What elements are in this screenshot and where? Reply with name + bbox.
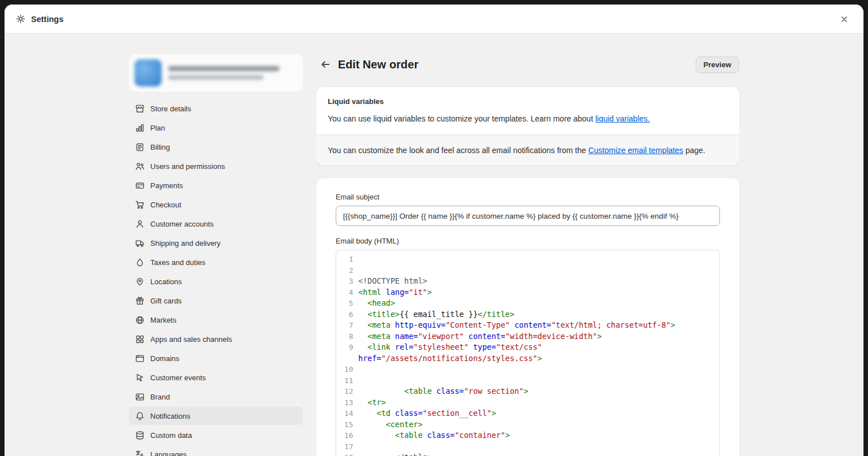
email-subject-label: Email subject [336, 193, 720, 201]
line-number: 4 [336, 287, 353, 298]
line-number: 10 [336, 364, 353, 375]
code-line: 3<!DOCTYPE html> [336, 276, 719, 287]
line-number: 2 [336, 265, 353, 276]
sidebar-item-notifications[interactable]: Notifications [129, 407, 303, 425]
back-button[interactable] [316, 55, 335, 73]
line-number [336, 353, 353, 364]
globe-icon [134, 315, 145, 325]
sidebar-item-plan[interactable]: Plan [129, 119, 303, 137]
liquid-variables-card: Liquid variables You can use liquid vari… [316, 87, 739, 166]
sidebar-item-customer-accounts[interactable]: Customer accounts [129, 215, 303, 233]
email-body-code-editor[interactable]: 1​2​3<!DOCTYPE html>4<html lang="it">5 <… [336, 250, 720, 456]
line-number: 9 [336, 342, 353, 353]
line-number: 13 [336, 397, 353, 409]
users-icon [134, 161, 145, 171]
code-line-text: <table class="row section"> [353, 386, 528, 397]
sidebar-item-label: Taxes and duties [150, 258, 206, 267]
code-line: 15 <center> [336, 419, 719, 431]
customize-email-templates-link[interactable]: Customize email templates [588, 146, 683, 155]
store-icon [134, 103, 145, 114]
close-button[interactable] [836, 11, 852, 27]
blurred-text-line [168, 75, 263, 80]
cart-icon [134, 199, 145, 210]
code-line: 18 </table> [336, 452, 719, 456]
titlebar: Settings [5, 5, 863, 34]
window-title: Settings [31, 15, 63, 24]
image-icon [134, 392, 145, 402]
sidebar-item-taxes[interactable]: Taxes and duties [129, 253, 303, 271]
sidebar-item-billing[interactable]: Billing [129, 138, 303, 156]
code-line-text: <tr> [353, 397, 386, 409]
sidebar-item-label: Payments [150, 181, 183, 190]
main-panel: Edit New order Preview Liquid variables … [316, 34, 739, 456]
line-number: 11 [336, 375, 353, 386]
code-line-text: <head> [353, 298, 395, 309]
email-body-label: Email body (HTML) [336, 237, 720, 245]
code-line: 6 <title>{{ email_title }}</title> [336, 309, 719, 320]
store-card[interactable] [129, 54, 303, 92]
sidebar-item-brand[interactable]: Brand [129, 388, 303, 406]
email-template-card: Email subject Email body (HTML) 1​2​3<!D… [316, 178, 739, 456]
sidebar-item-users[interactable]: Users and permissions [129, 157, 303, 175]
code-line: 12 <table class="row section"> [336, 386, 719, 397]
sidebar-item-label: Plan [150, 124, 165, 132]
line-number: 5 [336, 298, 353, 309]
banner-text-after: page. [683, 146, 705, 155]
sidebar-item-label: Apps and sales channels [150, 335, 232, 344]
liquid-variables-link[interactable]: liquid variables. [595, 114, 650, 123]
sidebar-item-label: Customer accounts [150, 220, 214, 228]
code-line: 2​ [336, 265, 719, 276]
sidebar-item-markets[interactable]: Markets [129, 311, 303, 329]
sidebar-item-checkout[interactable]: Checkout [129, 196, 303, 214]
line-number: 7 [336, 320, 353, 331]
line-number: 18 [336, 452, 353, 456]
code-line-text: ​ [353, 254, 358, 265]
sidebar-item-payments[interactable]: Payments [129, 176, 303, 194]
droplet-icon [134, 257, 145, 267]
database-icon [134, 430, 145, 440]
code-line-text: ​ [353, 375, 358, 386]
email-subject-input[interactable] [336, 206, 720, 226]
code-line: 16 <table class="container"> [336, 430, 719, 441]
sidebar-item-gift-cards[interactable]: Gift cards [129, 292, 303, 310]
store-logo-blurred [134, 59, 162, 86]
preview-button[interactable]: Preview [696, 57, 739, 73]
banner-text-before: You can customize the look and feel acro… [328, 146, 588, 155]
code-line-text: <meta http-equiv="Content-Type" content=… [353, 320, 675, 331]
sidebar-item-apps[interactable]: Apps and sales channels [129, 330, 303, 348]
code-line: 13 <tr> [336, 397, 719, 409]
sidebar-item-domains[interactable]: Domains [129, 349, 303, 367]
code-line-text: <html lang="it"> [353, 287, 432, 298]
sidebar-item-label: Gift cards [150, 297, 182, 305]
code-line: 9 <link rel="stylesheet" type="text/css" [336, 342, 719, 353]
page-title: Edit New order [338, 58, 419, 71]
sidebar-item-custom-data[interactable]: Custom data [129, 426, 303, 444]
line-number: 3 [336, 276, 353, 287]
back-arrow-icon [320, 59, 331, 70]
customize-templates-banner: You can customize the look and feel acro… [316, 134, 739, 166]
settings-gear-icon [16, 14, 25, 24]
sidebar-item-locations[interactable]: Locations [129, 272, 303, 290]
sidebar-item-label: Locations [150, 277, 182, 286]
settings-modal: Settings Store detailsPlanBillingUsers a… [5, 5, 863, 456]
sidebar-item-languages[interactable]: Languages [129, 445, 303, 456]
sidebar-item-label: Markets [150, 316, 176, 324]
sidebar-item-label: Custom data [150, 431, 192, 440]
sidebar-item-label: Customer events [150, 374, 206, 382]
code-line-text: <!DOCTYPE html> [353, 276, 427, 287]
person-icon [134, 219, 145, 229]
pin-icon [134, 276, 145, 286]
line-number: 16 [336, 430, 353, 441]
code-line-text: </table> [353, 452, 432, 456]
sidebar-item-label: Shipping and delivery [150, 239, 220, 247]
billing-icon [134, 142, 145, 152]
code-line: 4<html lang="it"> [336, 287, 719, 298]
sidebar-item-customer-events[interactable]: Customer events [129, 368, 303, 386]
payments-icon [134, 180, 145, 190]
code-line: 10​ [336, 364, 719, 375]
sidebar-item-label: Billing [150, 143, 170, 151]
sidebar-item-shipping[interactable]: Shipping and delivery [129, 234, 303, 252]
cursor-icon [134, 372, 145, 383]
store-name-blurred [168, 66, 279, 80]
sidebar-item-store-details[interactable]: Store details [129, 99, 303, 118]
